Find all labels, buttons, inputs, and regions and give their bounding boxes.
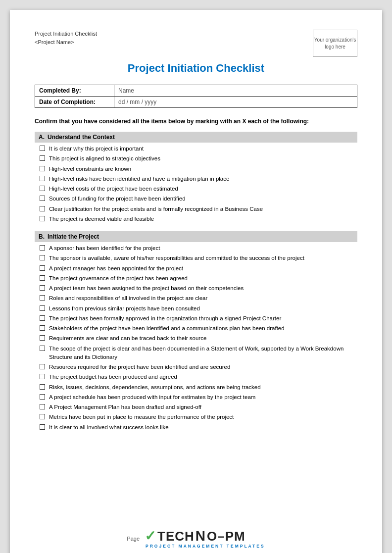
info-label-cell: Date of Completion: [35,97,114,108]
section-header: B.Initiate the Project [35,231,357,242]
checkbox[interactable] [40,255,45,260]
item-text: Roles and responsibilities of all involv… [49,294,357,302]
info-value-cell: dd / mm / yyyy [114,97,357,108]
instruction-text: Confirm that you have considered all the… [35,118,357,125]
checkbox[interactable] [40,384,45,390]
checklist-items: A sponsor has been identified for the pr… [35,244,357,432]
item-text: High-level constraints are known [49,165,357,173]
checklist-item: It is clear to all involved what success… [40,423,357,432]
checklist-item: High-level constraints are known [40,165,357,173]
checkbox[interactable] [40,216,45,221]
section-title: Initiate the Project [48,233,99,240]
header-meta-line2: <Project Name> [35,38,97,47]
checklist-item: High-level costs of the project have bee… [40,185,357,193]
section-letter: B. [39,233,45,240]
section: A.Understand the ContextIt is clear why … [35,132,357,223]
item-text: Lessons from previous similar projects h… [49,304,357,313]
checklist-item: Roles and responsibilities of all involv… [40,294,357,302]
checklist-item: A project team has been assigned to the … [40,284,357,293]
item-text: It is clear to all involved what success… [49,423,357,432]
checkbox[interactable] [40,325,45,331]
checkbox[interactable] [40,206,45,211]
page-title: Project Initiation Checklist [35,62,357,75]
section-header: A.Understand the Context [35,132,357,143]
techno-logo-main: ✓TECH NO –PM [145,529,245,543]
checkbox[interactable] [40,424,45,430]
item-text: The scope of the project is clear and ha… [49,345,357,362]
item-text: A project manager has been appointed for… [49,264,357,273]
item-text: The project budget has been produced and… [49,373,357,381]
item-text: Risks, issues, decisions, dependencies, … [49,383,357,392]
section: B.Initiate the ProjectA sponsor has been… [35,231,357,432]
checklist-item: The project is deemed viable and feasibl… [40,215,357,223]
header-meta: Project Initiation Checklist <Project Na… [35,30,97,46]
checkbox[interactable] [40,295,45,301]
item-text: A project schedule has been produced wit… [49,393,357,402]
checkbox[interactable] [40,374,45,379]
header-meta-line1: Project Initiation Checklist [35,30,97,38]
techno-logo-sub: PROJECT MANAGEMENT TEMPLATES [146,544,265,549]
checklist-item: It is clear why this project is importan… [40,145,357,153]
techno-dash-char: – [217,530,225,543]
checkbox[interactable] [40,364,45,369]
item-text: Sources of funding for the project have … [49,195,357,203]
sections-container: A.Understand the ContextIt is clear why … [35,132,357,432]
checklist-item: A project manager has been appointed for… [40,264,357,273]
logo-box: Your organization's logo here [313,30,357,57]
checklist-item: This project is aligned to strategic obj… [40,154,357,163]
item-text: It is clear why this project is importan… [49,145,357,153]
checklist-item: The sponsor is available, aware of his/h… [40,254,357,262]
item-text: The project has been formally approved i… [49,314,357,323]
logo-placeholder-text: Your organization's logo here [313,37,357,50]
checkbox[interactable] [40,176,45,181]
checkbox[interactable] [40,394,45,400]
checkbox[interactable] [40,155,45,161]
item-text: High-level risks have been identified an… [49,175,357,183]
checklist-item: Stakeholders of the project have been id… [40,324,357,333]
checklist-item: High-level risks have been identified an… [40,175,357,183]
item-text: A Project Management Plan has been draft… [49,403,357,411]
checklist-item: Risks, issues, decisions, dependencies, … [40,383,357,392]
checkbox[interactable] [40,186,45,191]
checklist-item: Clear justification for the project exis… [40,205,357,213]
checkbox[interactable] [40,404,45,409]
checklist-item: Sources of funding for the project have … [40,195,357,203]
checklist-item: Metrics have been put in place to measur… [40,413,357,421]
info-table: Completed By:NameDate of Completion:dd /… [35,85,357,108]
footer: Page ✓TECH NO –PM PROJECT MANAGEMENT TEM… [10,529,382,549]
checklist-item: Resources required for the project have … [40,363,357,371]
item-text: High-level costs of the project have bee… [49,185,357,193]
header-row: Project Initiation Checklist <Project Na… [35,30,357,57]
info-label-cell: Completed By: [35,85,114,97]
checkbox[interactable] [40,166,45,171]
checklist-item: Requirements are clear and can be traced… [40,334,357,343]
checklist-item: The scope of the project is clear and ha… [40,345,357,362]
page: Project Initiation Checklist <Project Na… [10,10,382,553]
checkbox[interactable] [40,285,45,291]
item-text: A project team has been assigned to the … [49,284,357,293]
checkbox[interactable] [40,265,45,271]
techno-logo: ✓TECH NO –PM PROJECT MANAGEMENT TEMPLATE… [145,529,265,549]
checkbox[interactable] [40,305,45,311]
checkbox[interactable] [40,335,45,341]
section-letter: A. [39,134,45,141]
item-text: The project governance of the project ha… [49,274,357,283]
checklist-item: The project has been formally approved i… [40,314,357,323]
checklist-item: Lessons from previous similar projects h… [40,304,357,313]
item-text: Stakeholders of the project have been id… [49,324,357,333]
checkbox[interactable] [40,315,45,321]
item-text: Clear justification for the project exis… [49,205,357,213]
item-text: This project is aligned to strategic obj… [49,154,357,163]
techno-check-icon: ✓ [145,529,156,543]
item-text: A sponsor has been identified for the pr… [49,244,357,252]
checkbox[interactable] [40,245,45,251]
checkbox[interactable] [40,146,45,151]
item-text: The project is deemed viable and feasibl… [49,215,357,223]
checklist-item: The project governance of the project ha… [40,274,357,283]
checkbox[interactable] [40,275,45,281]
checkbox[interactable] [40,196,45,201]
checkbox[interactable] [40,414,45,419]
checklist-item: A Project Management Plan has been draft… [40,403,357,411]
checklist-items: It is clear why this project is importan… [35,145,357,223]
checkbox[interactable] [40,346,45,351]
